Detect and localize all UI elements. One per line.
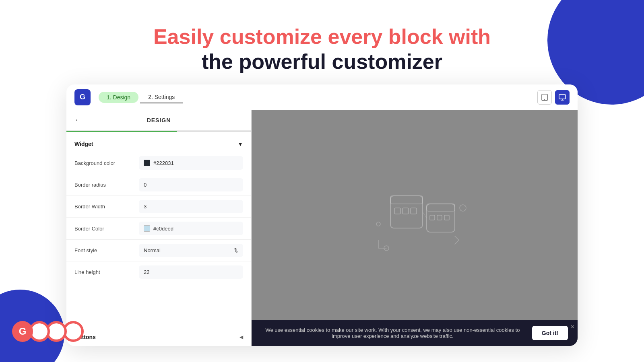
background-color-label: Background color: [74, 160, 139, 166]
tablet-icon: [541, 94, 548, 101]
tablet-view-button[interactable]: [537, 90, 552, 105]
cookie-accept-button[interactable]: Got it!: [532, 326, 568, 340]
panel-header: ← DESIGN: [66, 110, 251, 131]
background-color-value[interactable]: #222831: [139, 156, 243, 170]
right-panel: × We use essential cookies to make our s…: [252, 110, 578, 346]
svg-rect-4: [390, 196, 423, 204]
svg-rect-12: [444, 215, 449, 220]
border-radius-text: 0: [144, 182, 147, 188]
tab-design[interactable]: 1. Design: [99, 92, 138, 103]
line-height-label: Line height: [74, 269, 139, 275]
svg-point-1: [544, 99, 545, 100]
progress-bar: [66, 131, 251, 132]
border-width-text: 3: [144, 204, 147, 210]
left-panel: ← DESIGN Widget ▼ Background color #2228…: [66, 110, 252, 346]
buttons-chevron-icon: ◀: [239, 334, 243, 340]
cookie-close-button[interactable]: ×: [571, 323, 574, 331]
widget-section: Widget ▼ Background color #222831 Border…: [66, 132, 251, 287]
font-style-value: Normal: [144, 247, 161, 253]
font-style-chevron: ⇅: [234, 247, 238, 253]
svg-rect-8: [427, 204, 455, 232]
border-width-label: Border Width: [74, 204, 139, 210]
line-height-row: Line height 22: [66, 261, 251, 283]
widget-section-label: Widget: [74, 141, 93, 147]
header-line1: Easily customize every block with: [153, 25, 491, 48]
border-width-value[interactable]: 3: [139, 200, 243, 213]
border-color-swatch: [144, 225, 150, 232]
page-header: Easily customize every block with the po…: [0, 0, 644, 74]
svg-rect-11: [437, 215, 442, 220]
desktop-icon: [559, 94, 566, 101]
card-topbar: G 1. Design 2. Settings: [66, 84, 578, 110]
svg-rect-5: [394, 208, 400, 214]
border-color-value[interactable]: #c0deed: [139, 222, 243, 235]
brand-g: G: [12, 321, 33, 342]
back-button[interactable]: ←: [74, 116, 82, 124]
header-line2: the powerful customizer: [202, 50, 442, 73]
svg-rect-7: [411, 208, 417, 214]
svg-rect-3: [390, 196, 423, 228]
widget-chevron-icon: ▼: [237, 141, 243, 147]
svg-rect-2: [559, 95, 566, 99]
font-style-select[interactable]: Normal ⇅: [139, 244, 243, 257]
border-width-row: Border Width 3: [66, 196, 251, 218]
cookie-text: We use essential cookies to make our sit…: [261, 327, 524, 339]
svg-rect-10: [430, 215, 435, 220]
preview-illustration: [354, 172, 475, 284]
buttons-section[interactable]: Buttons ◀: [66, 328, 251, 346]
progress-fill: [66, 131, 177, 132]
background-color-text: #222831: [153, 160, 174, 166]
border-color-label: Border Color: [74, 226, 139, 232]
logo-button[interactable]: G: [74, 89, 91, 105]
ui-card: G 1. Design 2. Settings ← DESIGN: [66, 84, 578, 346]
background-color-row: Background color #222831: [66, 152, 251, 174]
border-radius-label: Border radius: [74, 182, 139, 188]
desktop-view-button[interactable]: [555, 90, 570, 105]
svg-rect-6: [402, 208, 409, 214]
svg-line-13: [423, 212, 427, 218]
panel-title: DESIGN: [147, 117, 171, 123]
brand-logo: G: [12, 321, 84, 342]
cookie-banner: × We use essential cookies to make our s…: [252, 320, 578, 346]
line-height-value[interactable]: 22: [139, 265, 243, 279]
background-color-swatch: [144, 160, 150, 166]
font-style-row: Font style Normal ⇅: [66, 240, 251, 261]
tab-settings[interactable]: 2. Settings: [140, 91, 183, 103]
card-body: ← DESIGN Widget ▼ Background color #2228…: [66, 110, 578, 346]
line-height-text: 22: [144, 269, 149, 275]
font-style-label: Font style: [74, 247, 139, 253]
svg-point-15: [460, 205, 466, 211]
svg-point-14: [376, 222, 380, 226]
border-radius-value[interactable]: 0: [139, 178, 243, 191]
border-color-text: #c0deed: [153, 226, 173, 232]
widget-section-header[interactable]: Widget ▼: [66, 136, 251, 152]
border-color-row: Border Color #c0deed: [66, 218, 251, 240]
border-radius-row: Border radius 0: [66, 174, 251, 196]
svg-rect-9: [427, 204, 455, 211]
